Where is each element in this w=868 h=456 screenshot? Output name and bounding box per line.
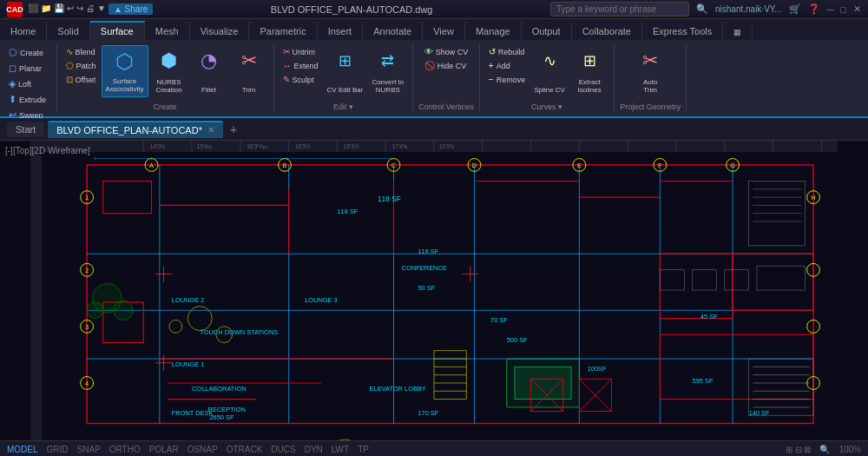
tab-home[interactable]: Home [0,22,47,40]
tab-express-tools[interactable]: Express Tools [642,22,723,40]
convert-nurbs-button[interactable]: ⇄ Convert toNURBS [368,45,407,97]
rebuild-button[interactable]: ↺ Rebuild [485,45,529,58]
tab-insert[interactable]: Insert [318,22,364,40]
svg-rect-2 [30,152,42,440]
tab-collaborate[interactable]: Collaborate [572,22,642,40]
curves-items: ↺ Rebuild + Add − Remove ∿ Spline CV [485,45,608,101]
create-items: ∿ Blend ⬠ Patch ⊡ Offset ⬡ SurfaceAssoci… [62,45,268,101]
loft-button[interactable]: ◈ Loft [5,76,51,91]
svg-text:D: D [472,162,477,169]
svg-text:E: E [577,162,582,169]
status-zoom-level: 100% [838,445,861,454]
blend-icon: ∿ [66,47,73,56]
fillet-button[interactable]: ◔ Fillet [190,45,228,97]
cv-items: 👁 Show CV 🚫 Hide CV [421,45,472,101]
search-icon[interactable]: 🔍 [696,3,708,15]
tab-extras[interactable]: ▦ [723,23,753,40]
hide-cv-icon: 🚫 [424,61,435,70]
svg-text:170 SF: 170 SF [418,409,438,417]
extend-button[interactable]: ↔ Extend [279,59,322,72]
nurbs-creation-button[interactable]: ⬢ NURBSCreation [150,45,188,97]
network-button[interactable]: ⬡ Create [5,45,51,60]
tab-bar: Start BLVD OFFICE_PLAN-AUTOCAD* ✕ + [0,118,868,141]
spline-cv-button[interactable]: ∿ Spline CV [530,45,569,97]
title-bar: CAD ⬛ 📁 💾 ↩ ↪ 🖨 ▼ ▲ Share BLVD OFFICE_PL… [0,0,868,19]
status-layout-icons[interactable]: ⊞ ⊟ ⊠ [786,445,812,454]
cart-icon[interactable]: 🛒 [789,3,801,15]
group-control-vertices: 👁 Show CV 🚫 Hide CV Control Vertices [413,43,480,113]
svg-text:118 SF: 118 SF [378,195,401,203]
status-ducs[interactable]: DUCS [271,445,295,454]
tab-mesh[interactable]: Mesh [145,22,190,40]
tab-parametric[interactable]: Parametric [249,22,317,40]
tab-visualize[interactable]: Visualize [190,22,250,40]
sculpt-button[interactable]: ✎ Sculpt [279,73,322,86]
svg-text:ELEVATOR LOBBY: ELEVATOR LOBBY [370,385,426,393]
svg-text:COLLABORATION: COLLABORATION [192,385,247,393]
untrim-button[interactable]: ✂ Untrim [279,45,322,58]
svg-text:F: F [658,162,662,169]
new-tab-button[interactable]: + [227,122,240,136]
remove-button[interactable]: − Remove [485,73,529,86]
edit-items: ✂ Untrim ↔ Extend ✎ Sculpt ⊞ CV Edit Bar [279,45,408,101]
tab-close-btn[interactable]: ✕ [207,125,214,135]
qa-undo[interactable]: ↩ [67,3,74,15]
status-otrack[interactable]: OTRACK [227,445,263,454]
group-create: ∿ Blend ⬠ Patch ⊡ Offset ⬡ SurfaceAssoci… [57,43,274,113]
auto-trim-button[interactable]: ✂ AutoTrim [631,45,669,97]
sculpt-icon: ✎ [283,75,290,84]
tab-manage[interactable]: Manage [465,22,522,40]
status-snap[interactable]: SNAP [77,445,101,454]
hide-cv-button[interactable]: 🚫 Hide CV [421,59,472,72]
status-osnap[interactable]: OSNAP [187,445,218,454]
show-cv-button[interactable]: 👁 Show CV [421,45,472,58]
planar-icon: ◻ [9,63,16,74]
surface-associativity-button[interactable]: ⬡ SurfaceAssociativity [102,45,148,97]
ribbon-tabs: Home Solid Surface Mesh Visualize Parame… [0,19,868,40]
window-maximize[interactable]: □ [840,4,846,15]
planar-button[interactable]: ◻ Planar [5,61,51,76]
status-model[interactable]: MODEL [7,445,38,454]
tab-view[interactable]: View [423,22,465,40]
help-icon[interactable]: ❓ [808,3,820,15]
status-polar[interactable]: POLAR [149,445,179,454]
cv-edit-bar-button[interactable]: ⊞ CV Edit Bar [324,45,367,97]
share-button[interactable]: ▲ Share [108,3,153,15]
svg-text:118 SF: 118 SF [418,248,438,255]
cv-edit-icon: ⊞ [332,49,357,73]
extract-iso-icon: ⊞ [577,49,602,73]
blend-button[interactable]: ∿ Blend [62,45,100,58]
qa-dropdown[interactable]: ▼ [97,3,106,15]
extract-isolines-button[interactable]: ⊞ ExtractIsolines [570,45,608,97]
group-network: ⬡ Create ◻ Planar ◈ Loft ⬆ Extrude [0,43,57,113]
window-minimize[interactable]: ─ [827,4,834,15]
qa-new[interactable]: ⬛ [28,3,38,15]
status-grid[interactable]: GRID [47,445,69,454]
window-close[interactable]: ✕ [853,3,861,15]
add-button[interactable]: + Add [485,59,529,72]
status-lwt[interactable]: LWT [332,445,349,454]
tab-start[interactable]: Start [7,122,44,137]
search-input[interactable] [550,2,689,17]
status-dyn[interactable]: DYN [305,445,323,454]
untrim-icon: ✂ [283,47,290,56]
offset-button[interactable]: ⊡ Offset [62,73,100,86]
qa-redo[interactable]: ↪ [76,3,83,15]
tab-surface[interactable]: Surface [90,21,145,40]
qa-print[interactable]: 🖨 [86,3,95,15]
tab-annotate[interactable]: Annotate [363,22,423,40]
tab-solid[interactable]: Solid [47,22,89,40]
qa-save[interactable]: 💾 [54,3,64,15]
status-tp[interactable]: TP [358,445,369,454]
document-title: BLVD OFFICE_PLAN-AUTOCAD.dwg [271,4,433,15]
qa-open[interactable]: 📁 [41,3,51,15]
extrude-button[interactable]: ⬆ Extrude [5,92,51,107]
tab-output[interactable]: Output [522,22,572,40]
fillet-icon: ◔ [197,49,221,73]
patch-button[interactable]: ⬠ Patch [62,59,100,72]
tab-active-doc[interactable]: BLVD OFFICE_PLAN-AUTOCAD* ✕ [48,121,223,138]
status-ortho[interactable]: ORTHO [109,445,141,454]
svg-text:H: H [811,194,815,202]
svg-text:118 SF: 118 SF [337,208,358,215]
trim-button[interactable]: ✂ Trim [230,45,268,97]
